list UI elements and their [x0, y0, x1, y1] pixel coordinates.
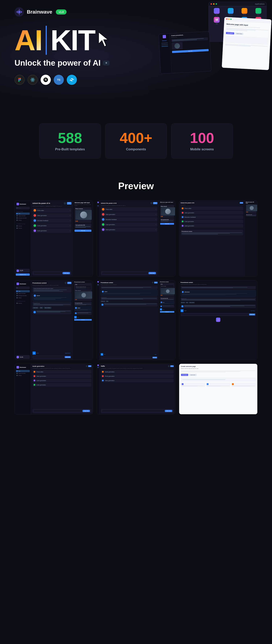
preview-grid: Brainwave Search NAVIGATION Chat Image a…	[14, 200, 258, 414]
preview-title: Preview	[14, 180, 258, 191]
tech-figma	[14, 75, 25, 85]
svg-marker-2	[99, 32, 108, 46]
stat-number-templates: 588	[50, 131, 90, 145]
svg-point-7	[20, 79, 21, 80]
subtitle-badge: ✦	[103, 60, 110, 66]
preview-section: Preview Brainwave Search NAVIGATION	[0, 170, 272, 425]
stat-card-components: 400+ Components	[105, 123, 167, 159]
version-badge: v1.0	[56, 10, 66, 14]
cursor-icon	[97, 31, 111, 49]
svg-rect-3	[18, 78, 20, 79]
preview-card-promo-full[interactable]: Brainwave Chat Image automation	[14, 280, 93, 360]
stat-label-components: Components	[116, 148, 156, 151]
sidebar-promo: Brainwave Chat Image automation	[15, 280, 31, 360]
right-panel-full: Welcome page with input Brainwave AI 2 E…	[73, 200, 93, 276]
tech-react	[28, 75, 38, 85]
tech-next: N	[40, 75, 51, 85]
stat-label-mobile: Mobile screens	[182, 148, 222, 151]
hero-section: Brainwave v1.0 AI KIT Unlock the power o…	[0, 0, 272, 112]
preview-card-audio-full[interactable]: Brainwave Chat Image automation Settings	[14, 364, 93, 414]
preview-card-promo-mid[interactable]: Promotional content Share Create promoti…	[97, 280, 175, 360]
sidebar-audio: Brainwave Chat Image automation Settings	[15, 364, 31, 414]
kit-text: KIT	[50, 26, 95, 55]
stat-card-mobile: 100 Mobile screens	[171, 123, 233, 159]
hero-content: AI KIT Unlock the power of AI ✦	[14, 26, 258, 85]
brand-logo-icon	[14, 7, 24, 17]
svg-text:N: N	[44, 78, 46, 81]
preview-card-chat-small[interactable]: Unlock the power of AI Share Chat with A…	[179, 200, 258, 276]
ai-text: AI	[14, 26, 42, 55]
preview-card-promo-small[interactable]: Promotional content Create promotional c…	[179, 280, 258, 360]
stat-card-templates: 588 Pre-Built templates	[39, 123, 101, 159]
ai-kit-title: AI KIT	[14, 26, 258, 55]
sidebar-full: Brainwave Search NAVIGATION Chat Image a…	[15, 200, 31, 276]
preview-card-create-small[interactable]: Create welcome page Design a welcome pag…	[179, 364, 258, 414]
stat-number-mobile: 100	[182, 131, 222, 145]
svg-rect-6	[18, 80, 20, 82]
preview-card-chat-full[interactable]: Brainwave Search NAVIGATION Chat Image a…	[14, 200, 93, 276]
brand-name: Brainwave	[27, 9, 52, 15]
stat-label-templates: Pre-Built templates	[50, 148, 90, 151]
preview-card-chat-mid[interactable]: Unlock the power of AI Share Chat with t…	[97, 200, 175, 276]
hero-subtitle: Unlock the power of AI ✦	[14, 58, 258, 68]
preview-card-hello-mid[interactable]: Hello Share I'm Brainwave, a versatile a…	[97, 364, 175, 414]
stat-number-components: 400+	[116, 131, 156, 145]
svg-rect-5	[18, 79, 20, 80]
stats-section: 588 Pre-Built templates 400+ Components …	[0, 112, 272, 170]
tech-typescript: TS	[54, 75, 64, 85]
title-divider	[46, 26, 47, 55]
svg-rect-4	[20, 78, 21, 79]
svg-point-8	[32, 80, 33, 80]
svg-point-1	[18, 11, 20, 13]
chat-main-area: Unlock the power of AI ○ Share Chat with…	[31, 200, 73, 276]
tech-stack: N TS	[14, 75, 258, 85]
tech-tailwind	[67, 75, 77, 85]
